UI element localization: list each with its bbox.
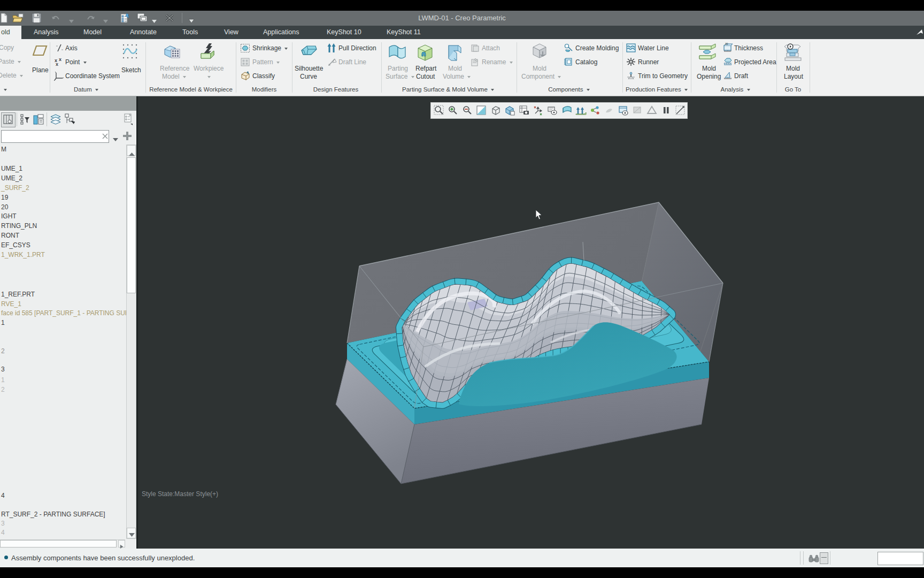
svg-text:x: x bbox=[59, 58, 61, 62]
svg-text:x: x bbox=[56, 62, 58, 66]
svg-text:30: 30 bbox=[725, 43, 728, 45]
